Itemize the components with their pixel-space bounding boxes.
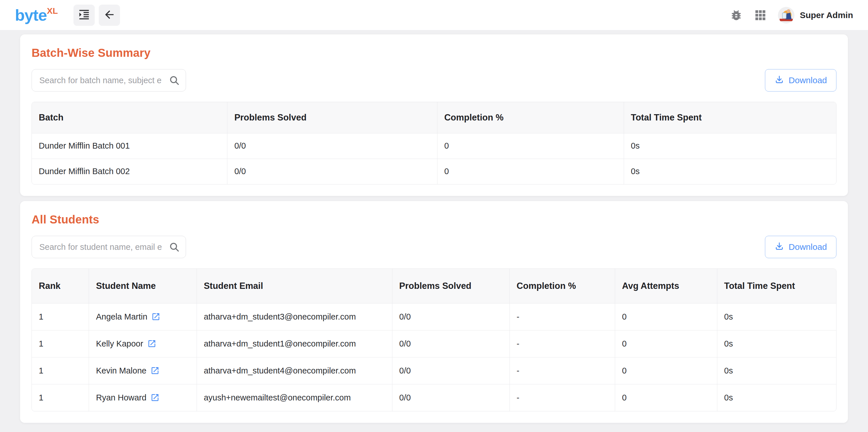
batch-summary-table: BatchProblems SolvedCompletion %Total Ti… [32,102,836,185]
table-row: Dunder Mifflin Batch 0020/000s [32,159,836,184]
student-name: Kevin Malone [96,366,146,375]
search-icon[interactable] [169,241,180,253]
cell-student-email: ayush+newemailtest@onecompiler.com [197,384,392,411]
cell-problems-solved: 0/0 [392,303,509,330]
cell-avg-attempts: 0 [615,330,717,357]
table-row: 1Kelly Kapooratharva+dm_student1@onecomp… [32,330,836,357]
column-header-avg-attempts: Avg Attempts [615,269,717,303]
indent-menu-icon [78,8,90,22]
download-label: Download [789,75,827,85]
column-header-batch: Batch [32,102,227,133]
student-name: Angela Martin [96,312,147,322]
search-icon[interactable] [169,75,180,86]
cell-student-name: Angela Martin [89,303,197,330]
cell-completion: - [509,384,615,411]
cell-completion: - [509,330,615,357]
cell-avg-attempts: 0 [615,384,717,411]
column-header-completion: Completion % [509,269,615,303]
cell-problems-solved: 0/0 [227,159,437,184]
cell-batch: Dunder Mifflin Batch 002 [32,159,227,184]
cell-avg-attempts: 0 [615,357,717,384]
column-header-student-name: Student Name [89,269,197,303]
cell-problems-solved: 0/0 [392,357,509,384]
cell-total-time-spent: 0s [717,303,836,330]
open-student-link-icon[interactable] [147,339,156,348]
all-students-title: All Students [32,213,836,226]
bytexl-logo[interactable]: byte XL [15,7,58,23]
student-search-box [32,236,186,258]
cell-rank: 1 [32,330,89,357]
column-header-completion: Completion % [437,102,624,133]
cell-completion: 0 [437,133,624,159]
download-label: Download [789,242,827,252]
download-icon [774,75,784,86]
main-content: Batch-Wise Summary Download BatchProblem… [0,30,868,423]
all-students-card: All Students Download RankStudent NameSt… [20,201,848,423]
open-student-link-icon[interactable] [150,366,160,375]
open-student-link-icon[interactable] [150,393,160,402]
cell-student-email: atharva+dm_student1@onecompiler.com [197,330,392,357]
batch-download-button[interactable]: Download [765,69,836,92]
cell-total-time-spent: 0s [624,159,836,184]
table-row: 1Ryan Howardayush+newemailtest@onecompil… [32,384,836,411]
cell-total-time-spent: 0s [717,357,836,384]
column-header-student-email: Student Email [197,269,392,303]
logo-text: byte [15,7,47,23]
cell-student-email: atharva+dm_student3@onecompiler.com [197,303,392,330]
cell-batch: Dunder Mifflin Batch 001 [32,133,227,159]
cell-rank: 1 [32,303,89,330]
apps-grid-icon[interactable] [754,9,767,22]
logo-superscript: XL [47,7,58,15]
cell-problems-solved: 0/0 [392,330,509,357]
column-header-rank: Rank [32,269,89,303]
students-download-button[interactable]: Download [765,236,836,258]
cell-rank: 1 [32,384,89,411]
cell-completion: - [509,357,615,384]
avatar[interactable] [778,7,795,24]
back-arrow-icon [103,8,116,22]
cell-student-email: atharva+dm_student4@onecompiler.com [197,357,392,384]
cell-student-name: Kelly Kapoor [89,330,197,357]
back-button[interactable] [99,5,120,26]
cell-total-time-spent: 0s [624,133,836,159]
cell-total-time-spent: 0s [717,330,836,357]
cell-total-time-spent: 0s [717,384,836,411]
bug-report-icon[interactable] [730,9,743,22]
student-search-input[interactable] [32,236,186,258]
table-row: 1Kevin Maloneatharva+dm_student4@onecomp… [32,357,836,384]
column-header-problems-solved: Problems Solved [392,269,509,303]
batch-summary-title: Batch-Wise Summary [32,46,836,59]
batch-search-box [32,69,186,92]
batch-summary-card: Batch-Wise Summary Download BatchProblem… [20,34,848,196]
student-name: Ryan Howard [96,393,146,402]
indent-menu-button[interactable] [73,5,95,26]
all-students-table: RankStudent NameStudent EmailProblems So… [32,268,836,411]
cell-rank: 1 [32,357,89,384]
cell-problems-solved: 0/0 [392,384,509,411]
open-student-link-icon[interactable] [151,312,160,321]
batch-search-input[interactable] [32,69,186,92]
column-header-total-time-spent: Total Time Spent [717,269,836,303]
table-row: Dunder Mifflin Batch 0010/000s [32,133,836,159]
user-name[interactable]: Super Admin [800,10,853,20]
cell-completion: - [509,303,615,330]
student-name: Kelly Kapoor [96,339,143,348]
cell-student-name: Ryan Howard [89,384,197,411]
cell-completion: 0 [437,159,624,184]
cell-problems-solved: 0/0 [227,133,437,159]
cell-avg-attempts: 0 [615,303,717,330]
column-header-total-time-spent: Total Time Spent [624,102,836,133]
column-header-problems-solved: Problems Solved [227,102,437,133]
cell-student-name: Kevin Malone [89,357,197,384]
top-bar: byte XL [0,0,868,30]
download-icon [774,241,784,253]
table-row: 1Angela Martinatharva+dm_student3@onecom… [32,303,836,330]
